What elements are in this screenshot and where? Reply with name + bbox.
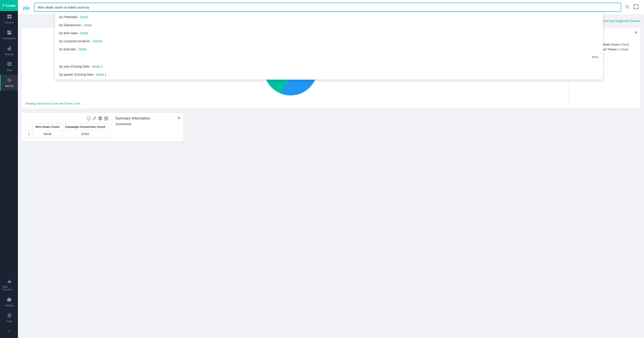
- summary-panel: Summary Information: ✕ Summarize: [112, 113, 184, 141]
- svg-rect-7: [8, 33, 12, 34]
- table-row: 1 69036 35303: [26, 130, 108, 138]
- summary-title: Summary Information:: [116, 116, 180, 120]
- dropdown-item-salesperson[interactable]: by Salesperson - Deals: [55, 21, 603, 29]
- col-header-0: [26, 123, 33, 130]
- svg-rect-10: [10, 46, 11, 50]
- collapse-icon: [7, 329, 12, 335]
- svg-rect-0: [8, 14, 9, 16]
- table-save-icon[interactable]: [98, 116, 102, 121]
- svg-text:i: i: [88, 117, 89, 120]
- reports-label: Reports: [5, 53, 14, 56]
- svg-rect-45: [99, 118, 102, 120]
- svg-rect-48: [104, 119, 106, 120]
- trash-icon: [7, 313, 12, 319]
- dropdown-item-salesperson-text: by Salesperson -: [59, 23, 83, 27]
- sidebar-item-data-sources[interactable]: Data Sources: [0, 275, 18, 294]
- dropdown-item-estimate[interactable]: by Estimate - Deals: [55, 45, 603, 53]
- settings-label: Settings: [5, 304, 14, 307]
- svg-rect-44: [100, 117, 101, 118]
- sidebar-item-explorer[interactable]: Explorer: [0, 11, 18, 27]
- dropdown-item-year-text: by year (Closing Date -: [59, 65, 91, 68]
- table-cell-row-num: 1: [26, 130, 33, 138]
- info-panel-close[interactable]: ✕: [634, 30, 638, 35]
- search-bar-area: zia by Potentials - Deals by Salesperson…: [18, 0, 644, 15]
- chart-footer: Showing: Won Deals Count and Tickets Cou…: [25, 102, 565, 105]
- svg-rect-8: [8, 48, 8, 50]
- svg-rect-9: [9, 47, 10, 50]
- svg-rect-1: [10, 14, 12, 16]
- summary-close[interactable]: ✕: [177, 116, 181, 120]
- svg-rect-49: [106, 119, 108, 120]
- zia-logo: zia: [22, 3, 31, 12]
- dropdown-link-salesperson[interactable]: Deals: [84, 23, 92, 27]
- svg-rect-46: [104, 116, 106, 118]
- dropdown-item-potentials[interactable]: by Potentials - Deals: [55, 13, 603, 21]
- trash-label: Trash: [6, 320, 12, 322]
- settings-icon: [7, 297, 12, 303]
- chart-footer-link2[interactable]: Tickets Count: [64, 102, 80, 105]
- create-label: Create: [6, 4, 16, 8]
- table-edit-icon[interactable]: [92, 116, 96, 121]
- svg-rect-2: [8, 17, 9, 18]
- reports-icon: [7, 46, 12, 52]
- sidebar: + Create Explorer Dashboards Reports Dat…: [0, 0, 18, 338]
- dropdown-item-estimate-text: by Estimate -: [59, 48, 78, 51]
- svg-rect-5: [10, 30, 12, 31]
- svg-rect-47: [106, 116, 108, 118]
- dropdown-link-customer-email[interactable]: Tickets: [93, 40, 102, 43]
- explorer-label: Explorer: [5, 21, 14, 24]
- dropdown-item-won-date[interactable]: by Won Date - Deals: [55, 29, 603, 37]
- ask-zia-icon: [7, 78, 12, 84]
- dropdown-link-year[interactable]: Deals: [92, 65, 100, 68]
- settings-btn[interactable]: [624, 3, 630, 11]
- dropdown-item-year[interactable]: by year (Closing Date - Deals): [55, 62, 603, 70]
- svg-text:zia: zia: [22, 4, 30, 11]
- table-panel: i: [22, 112, 184, 142]
- table-grid-icon[interactable]: [104, 116, 108, 121]
- table-toolbar: i: [25, 116, 108, 121]
- dropdown-link-potentials[interactable]: Deals: [80, 15, 88, 19]
- chart-footer-link1[interactable]: Won Deals Count: [37, 102, 58, 105]
- svg-rect-12: [8, 64, 12, 64]
- svg-rect-13: [8, 65, 12, 66]
- dropdown-link-won-date[interactable]: Deals: [80, 31, 88, 35]
- dropdown-more[interactable]: More: [55, 53, 603, 60]
- explorer-icon: [7, 14, 12, 20]
- search-input-wrapper: by Potentials - Deals by Salesperson - D…: [34, 3, 621, 12]
- col-header-campaign: Campaign Conversion Count: [62, 123, 108, 130]
- sidebar-item-collapse[interactable]: [0, 326, 18, 338]
- svg-rect-6: [10, 32, 12, 32]
- main-content: zia by Potentials - Deals by Salesperson…: [18, 0, 644, 338]
- sidebar-item-data[interactable]: Data: [0, 59, 18, 74]
- search-dropdown: by Potentials - Deals by Salesperson - D…: [55, 12, 603, 80]
- dropdown-item-quarter-text: by quarter (Closing Date -: [59, 73, 95, 76]
- dropdown-link-quarter[interactable]: Deals: [96, 73, 104, 76]
- dropdown-item-customer-email-text: by Customer Email ID -: [59, 40, 92, 43]
- data-sources-icon: [7, 278, 12, 284]
- dropdown-item-customer-email[interactable]: by Customer Email ID - Tickets: [55, 37, 603, 45]
- search-actions: [624, 3, 640, 11]
- svg-line-42: [95, 117, 96, 118]
- fullscreen-btn[interactable]: [633, 3, 640, 11]
- dropdown-link-estimate[interactable]: Deals: [78, 48, 87, 51]
- col-header-won-deals: Won Deals Count: [33, 123, 62, 130]
- sidebar-item-settings[interactable]: Settings: [0, 294, 18, 310]
- sidebar-item-ask-zia[interactable]: Ask Zia: [0, 74, 18, 90]
- data-label: Data: [7, 69, 12, 72]
- table-cell-won-deals-val: 69036: [33, 130, 62, 138]
- table-info-icon[interactable]: i: [87, 116, 91, 121]
- chart-footer-prefix: Showing:: [25, 102, 37, 105]
- sidebar-item-trash[interactable]: Trash: [0, 310, 18, 326]
- dropdown-item-quarter[interactable]: by quarter (Closing Date - Deals): [55, 70, 603, 78]
- plus-icon: +: [2, 3, 5, 8]
- sidebar-item-reports[interactable]: Reports: [0, 43, 18, 59]
- create-button[interactable]: + Create: [0, 0, 18, 11]
- search-input[interactable]: [34, 3, 621, 12]
- svg-rect-4: [8, 30, 9, 32]
- ask-zia-label: Ask Zia: [5, 84, 14, 87]
- data-table: Won Deals Count Campaign Conversion Coun…: [25, 123, 108, 138]
- svg-rect-26: [634, 4, 638, 9]
- data-sources-label: Data Sources: [2, 286, 16, 291]
- sidebar-item-dashboards[interactable]: Dashboards: [0, 27, 18, 43]
- svg-rect-3: [10, 17, 12, 18]
